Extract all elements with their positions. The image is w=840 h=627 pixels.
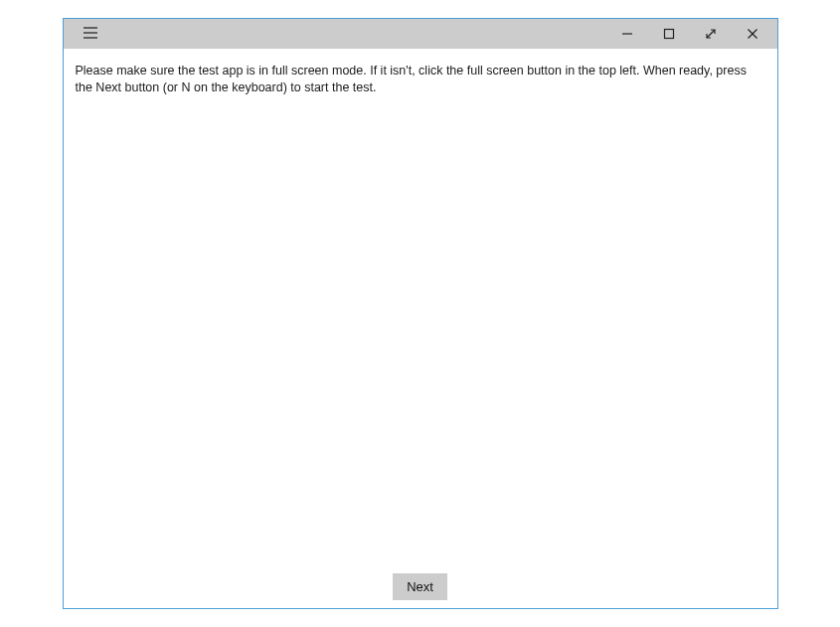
- app-window: Please make sure the test app is in full…: [63, 18, 778, 609]
- minimize-icon: [621, 28, 633, 40]
- menu-button[interactable]: [76, 19, 105, 49]
- instructions-text: Please make sure the test app is in full…: [76, 63, 765, 96]
- titlebar-left: [68, 19, 105, 49]
- footer: Next: [64, 573, 777, 600]
- content-area: Please make sure the test app is in full…: [64, 49, 777, 608]
- fullscreen-button[interactable]: [690, 19, 732, 49]
- minimize-button[interactable]: [606, 19, 648, 49]
- titlebar: [64, 19, 777, 49]
- fullscreen-icon: [705, 28, 717, 40]
- next-button[interactable]: Next: [393, 573, 447, 600]
- hamburger-icon: [84, 25, 97, 43]
- close-icon: [747, 28, 758, 40]
- maximize-button[interactable]: [648, 19, 690, 49]
- titlebar-controls: [606, 19, 773, 49]
- svg-rect-4: [664, 30, 673, 39]
- close-button[interactable]: [732, 19, 773, 49]
- maximize-icon: [663, 28, 675, 40]
- svg-line-5: [707, 30, 715, 38]
